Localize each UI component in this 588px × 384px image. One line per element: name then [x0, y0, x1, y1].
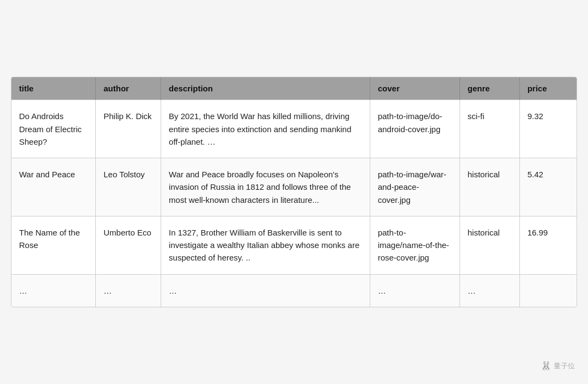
watermark-icon: 🐰 [541, 361, 552, 371]
cell-genre: historical [460, 216, 519, 274]
cell-title: The Name of the Rose [11, 216, 96, 274]
column-header-price: price [519, 77, 577, 100]
cell-author: … [96, 274, 161, 307]
table-header-row: title author description cover genre pri… [11, 77, 577, 100]
table-row: …………… [11, 274, 577, 307]
cell-description: In 1327, Brother William of Baskerville … [161, 216, 370, 274]
watermark-text: 量子位 [554, 361, 575, 371]
cell-author: Umberto Eco [96, 216, 161, 274]
cell-price [519, 274, 577, 307]
column-header-cover: cover [370, 77, 460, 100]
cell-title: Do Androids Dream of Electric Sheep? [11, 100, 96, 158]
table-row: The Name of the RoseUmberto EcoIn 1327, … [11, 216, 577, 274]
cell-genre: sci-fi [460, 100, 519, 158]
cell-description: War and Peace broadly focuses on Napoleo… [161, 158, 370, 216]
column-header-author: author [96, 77, 161, 100]
cell-price: 16.99 [519, 216, 577, 274]
cell-description: By 2021, the World War has killed millio… [161, 100, 370, 158]
cell-title: … [11, 274, 96, 307]
cell-cover: path-to-image/war-and-peace-cover.jpg [370, 158, 460, 216]
column-header-genre: genre [460, 77, 519, 100]
cell-cover: path-to-image/name-of-the-rose-cover.jpg [370, 216, 460, 274]
books-table-wrapper: title author description cover genre pri… [11, 77, 577, 307]
cell-genre: … [460, 274, 519, 307]
cell-title: War and Peace [11, 158, 96, 216]
cell-author: Philip K. Dick [96, 100, 161, 158]
watermark: 🐰 量子位 [541, 361, 575, 371]
cell-cover: … [370, 274, 460, 307]
cell-author: Leo Tolstoy [96, 158, 161, 216]
cell-price: 5.42 [519, 158, 577, 216]
cell-description: … [161, 274, 370, 307]
cell-genre: historical [460, 158, 519, 216]
column-header-description: description [161, 77, 370, 100]
table-row: Do Androids Dream of Electric Sheep?Phil… [11, 100, 577, 158]
books-table: title author description cover genre pri… [11, 77, 577, 307]
column-header-title: title [11, 77, 96, 100]
cell-cover: path-to-image/do-android-cover.jpg [370, 100, 460, 158]
table-row: War and PeaceLeo TolstoyWar and Peace br… [11, 158, 577, 216]
cell-price: 9.32 [519, 100, 577, 158]
